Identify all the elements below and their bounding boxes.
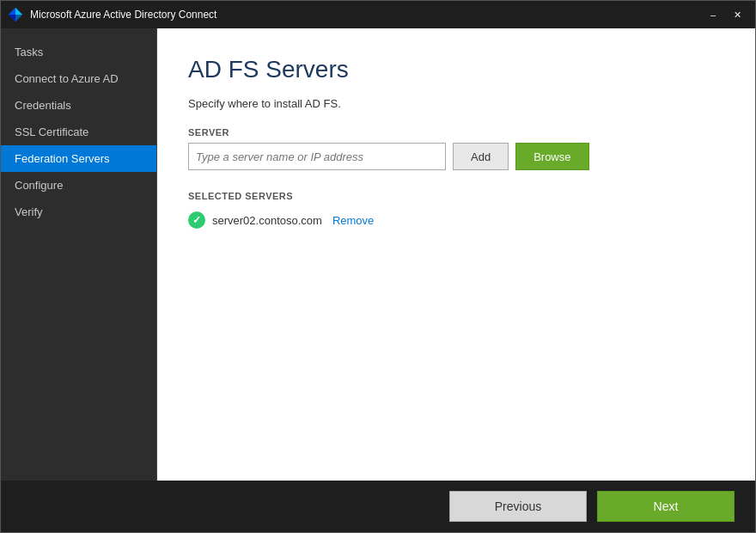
main-content: AD FS Servers Specify where to install A… xyxy=(157,28,755,481)
server-label: SERVER xyxy=(188,127,724,138)
sidebar-item-connect-azure-ad[interactable]: Connect to Azure AD xyxy=(1,65,156,92)
subtitle: Specify where to install AD FS. xyxy=(188,97,724,110)
sidebar: Tasks Connect to Azure AD Credentials SS… xyxy=(1,28,157,481)
sidebar-item-verify[interactable]: Verify xyxy=(1,199,156,225)
close-button[interactable]: ✕ xyxy=(726,6,748,23)
sidebar-item-configure[interactable]: Configure xyxy=(1,172,156,199)
previous-button[interactable]: Previous xyxy=(449,491,587,522)
page-title: AD FS Servers xyxy=(188,56,724,83)
server-input[interactable] xyxy=(188,143,446,170)
svg-marker-2 xyxy=(15,15,22,21)
svg-marker-3 xyxy=(9,8,15,15)
server-entry: server02.contoso.com Remove xyxy=(188,211,724,229)
sidebar-item-tasks[interactable]: Tasks xyxy=(1,39,156,65)
sidebar-item-ssl-certificate[interactable]: SSL Certificate xyxy=(1,119,156,145)
check-icon xyxy=(188,211,205,229)
svg-marker-1 xyxy=(15,8,22,15)
application-window: Microsoft Azure Active Directory Connect… xyxy=(0,0,756,533)
window-title: Microsoft Azure Active Directory Connect xyxy=(30,9,702,21)
remove-link[interactable]: Remove xyxy=(332,214,374,227)
server-name: server02.contoso.com xyxy=(212,214,322,227)
app-icon xyxy=(8,7,23,22)
window-controls: – ✕ xyxy=(702,6,748,23)
add-button[interactable]: Add xyxy=(453,143,509,170)
browse-button[interactable]: Browse xyxy=(515,143,588,170)
sidebar-item-credentials[interactable]: Credentials xyxy=(1,92,156,119)
selected-servers-label: SELECTED SERVERS xyxy=(188,191,724,201)
svg-marker-4 xyxy=(9,15,15,21)
next-button[interactable]: Next xyxy=(597,491,735,522)
sidebar-item-federation-servers[interactable]: Federation Servers xyxy=(1,145,156,172)
content-area: Tasks Connect to Azure AD Credentials SS… xyxy=(1,28,755,481)
title-bar: Microsoft Azure Active Directory Connect… xyxy=(1,1,755,28)
footer: Previous Next xyxy=(1,481,755,532)
minimize-button[interactable]: – xyxy=(702,6,724,23)
server-input-row: Add Browse xyxy=(188,143,724,170)
